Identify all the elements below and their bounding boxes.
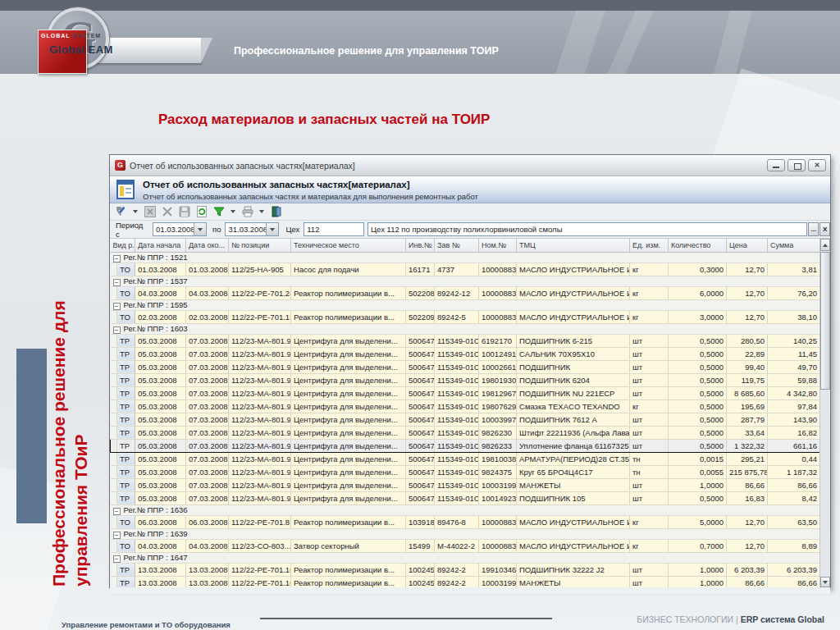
group-row[interactable]: −Рег.№ ППР : 1639 (111, 528, 820, 539)
table-cell[interactable]: 06.03.2008 (135, 515, 186, 528)
table-cell[interactable]: 112/23-МА-801.9 (229, 452, 291, 465)
table-cell[interactable]: шт (630, 360, 669, 373)
table-cell[interactable]: 07.03.2008 (186, 360, 229, 373)
table-cell[interactable]: 05.03.2008 (135, 399, 186, 413)
table-cell[interactable]: 19910346 (479, 563, 517, 576)
table-cell[interactable]: 89476-8 (435, 515, 479, 528)
table-cell[interactable]: 12,70 (727, 515, 768, 528)
table-cell[interactable]: 6 203,39 (768, 563, 819, 576)
table-cell[interactable]: 112/23-МА-801.9 (229, 491, 291, 504)
group-row[interactable]: −Рег.№ ППР : 1537 (111, 276, 820, 286)
table-row[interactable]: ТР05.03.200807.03.2008112/23-МА-801.9Цен… (111, 334, 820, 347)
table-cell[interactable]: кг (630, 539, 669, 552)
table-cell[interactable]: 500647 (406, 439, 435, 452)
filter-icon[interactable] (212, 205, 226, 219)
table-cell[interactable]: тн (630, 452, 669, 465)
table-cell[interactable]: 295,21 (727, 452, 768, 465)
table-cell[interactable]: шт (630, 386, 669, 399)
table-cell[interactable]: 112/22-РЕ-701.24 (229, 286, 291, 299)
table-cell[interactable]: 500647 (406, 478, 435, 491)
table-cell[interactable]: 10000883 (479, 286, 517, 299)
column-header[interactable]: ТМЦ (517, 239, 630, 252)
group-row[interactable]: −Рег.№ ППР : 1521 (111, 252, 820, 262)
table-cell[interactable]: Центрифуга для выделени... (291, 413, 406, 426)
table-cell[interactable]: 0,5000 (669, 373, 727, 386)
table-cell[interactable]: ТР (117, 334, 135, 347)
table-cell[interactable]: 0,5000 (669, 439, 727, 452)
table-cell[interactable]: МАНЖЕТЫ (517, 576, 630, 587)
table-row[interactable]: ТР05.03.200807.03.2008112/23-МА-801.9Цен… (111, 465, 820, 478)
table-cell[interactable]: шт (630, 347, 669, 360)
table-cell[interactable]: кг (630, 310, 669, 323)
table-cell[interactable]: 04.03.2008 (186, 539, 229, 552)
table-cell[interactable]: 5,0000 (669, 515, 727, 528)
table-cell[interactable]: 10002661 (479, 360, 517, 373)
table-cell[interactable]: 500647 (406, 426, 435, 439)
maximize-button[interactable] (788, 159, 806, 171)
table-cell[interactable]: 112/23-МА-801.9 (229, 399, 291, 413)
table-cell[interactable]: 6,0000 (669, 286, 727, 299)
table-cell[interactable]: 112/22-РЕ-701.8 (229, 515, 291, 528)
chevron-down-icon[interactable] (259, 210, 264, 213)
print-icon[interactable] (240, 205, 254, 219)
table-cell[interactable]: ТР (117, 491, 135, 504)
table-cell[interactable]: ПОДШИПНИК 32222 J2 (517, 563, 630, 576)
table-cell[interactable]: шт (630, 478, 669, 491)
table-row[interactable]: ТР05.03.200807.03.2008112/23-МА-801.9Цен… (111, 439, 820, 452)
table-cell[interactable]: кг (630, 399, 669, 413)
period-to-combo[interactable]: 31.03.2008 (225, 222, 279, 236)
table-cell[interactable]: М-44022-2 (435, 539, 479, 552)
table-cell[interactable]: 10003997 (479, 413, 517, 426)
table-cell[interactable]: 112/25-НА-905 (229, 262, 291, 276)
collapse-icon[interactable]: − (113, 279, 121, 286)
table-cell[interactable]: 0,5000 (669, 334, 727, 347)
table-cell[interactable]: 49,70 (768, 360, 819, 373)
table-cell[interactable]: 07.03.2008 (186, 347, 229, 360)
collapse-icon[interactable]: − (113, 303, 121, 310)
table-cell[interactable]: 89242-2 (435, 563, 479, 576)
dropdown-button[interactable] (266, 223, 278, 235)
column-header[interactable]: № позиции (229, 239, 291, 252)
table-cell[interactable]: 05.03.2008 (135, 386, 186, 399)
table-cell[interactable]: ПОДШИПНИК 6204 (517, 373, 630, 386)
table-cell[interactable]: 115349-01С (435, 426, 479, 439)
column-header[interactable]: Дата око... (186, 239, 229, 252)
table-row[interactable]: ТР05.03.200807.03.2008112/23-МА-801.9Цен… (111, 360, 820, 373)
column-header[interactable]: Вид р... (111, 239, 135, 252)
table-cell[interactable]: 6 203,39 (727, 563, 768, 576)
tools-icon[interactable] (114, 205, 128, 219)
column-header[interactable]: Сумма (768, 239, 819, 252)
collapse-icon[interactable]: − (113, 532, 121, 539)
table-cell[interactable]: ТР (117, 452, 135, 465)
table-cell[interactable]: Центрифуга для выделени... (291, 347, 406, 360)
table-cell[interactable]: 502209 (406, 310, 435, 323)
table-cell[interactable]: Центрифуга для выделени... (291, 452, 406, 465)
table-cell[interactable]: 05.03.2008 (135, 373, 186, 386)
table-cell[interactable]: 04.03.2008 (135, 286, 186, 299)
table-cell[interactable]: 02.03.2008 (186, 310, 229, 323)
table-cell[interactable]: 119,75 (727, 373, 768, 386)
collapse-icon[interactable]: − (113, 555, 121, 563)
table-cell[interactable]: САЛЬНИК 70Х95Х10 (517, 347, 630, 360)
table-cell[interactable]: 86,66 (768, 478, 819, 491)
table-cell[interactable]: 05.03.2008 (135, 413, 186, 426)
table-cell[interactable]: Центрифуга для выделени... (291, 373, 406, 386)
table-cell[interactable]: 13.03.2008 (135, 576, 186, 587)
period-from-combo[interactable]: 01.03.2008 (153, 222, 207, 236)
table-row[interactable]: ТО04.03.200804.03.2008112/23-СО-803...За… (111, 539, 820, 552)
table-cell[interactable]: 97,84 (768, 399, 819, 413)
table-cell[interactable]: 05.03.2008 (135, 426, 186, 439)
table-cell[interactable]: Центрифуга для выделени... (291, 399, 406, 413)
column-header[interactable]: Ед. изм. (630, 239, 669, 252)
table-cell[interactable]: 86,66 (727, 576, 768, 587)
table-cell[interactable]: 500647 (406, 399, 435, 413)
table-cell[interactable]: 89242-12 (435, 286, 479, 299)
table-cell[interactable]: 06.03.2008 (186, 515, 229, 528)
shop-description-input[interactable]: Цех 112 по производству полихлорвинилово… (368, 222, 807, 236)
table-cell[interactable]: 0,7000 (669, 539, 727, 552)
table-cell[interactable]: ПОДШИПНИК (517, 360, 630, 373)
table-cell[interactable]: 0,0055 (669, 465, 727, 478)
table-cell[interactable]: 05.03.2008 (135, 478, 186, 491)
table-cell[interactable]: 112/23-МА-801.9 (229, 465, 291, 478)
table-cell[interactable]: ПОДШИПНИК 6-215 (517, 334, 630, 347)
